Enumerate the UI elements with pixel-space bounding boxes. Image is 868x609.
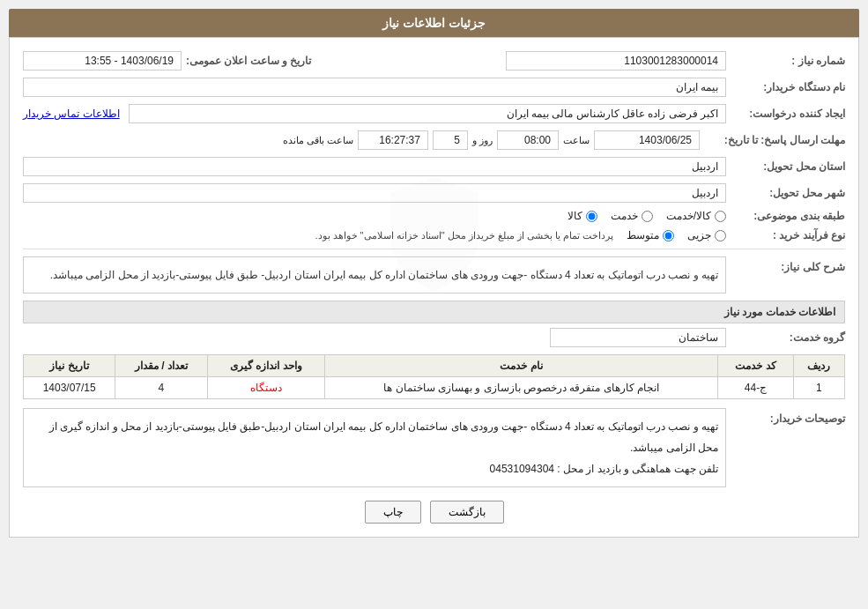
- page-title: جزئیات اطلاعات نیاز: [382, 16, 486, 30]
- service-group-label: گروه خدمت:: [731, 331, 845, 344]
- cell-date: 1403/07/15: [24, 377, 115, 399]
- cell-unit: دستگاه: [207, 377, 325, 399]
- category-radio-group: کالا/خدمت خدمت کالا: [568, 210, 726, 222]
- page-wrapper: جزئیات اطلاعات نیاز AnaKder.net شماره نی…: [0, 0, 868, 609]
- main-card: AnaKder.net شماره نیاز : 110300128300001…: [9, 37, 859, 538]
- process-label-jozii: جزیی: [687, 229, 711, 241]
- category-label: طبقه بندی موضوعی:: [731, 210, 845, 222]
- divider-1: [23, 249, 845, 249]
- col-quantity: تعداد / مقدار: [115, 355, 207, 377]
- service-table: ردیف کد خدمت نام خدمت واحد اندازه گیری ت…: [23, 354, 845, 399]
- col-code: کد خدمت: [718, 355, 794, 377]
- order-number-label: شماره نیاز :: [731, 55, 845, 67]
- back-button[interactable]: بازگشت: [430, 501, 504, 524]
- col-name: نام خدمت: [325, 355, 718, 377]
- row-process: نوع فرآیند خرید : جزیی متوسط پرداخت تمام…: [23, 229, 845, 241]
- row-category: طبقه بندی موضوعی: کالا/خدمت خدمت کالا: [23, 210, 845, 222]
- row-buying-org: نام دستگاه خریدار: بیمه ایران: [23, 78, 845, 97]
- row-province: استان محل تحویل: اردبیل: [23, 157, 845, 176]
- buying-org-label: نام دستگاه خریدار:: [731, 81, 845, 93]
- row-deadline: مهلت ارسال پاسخ: تا تاریخ: 1403/06/25 سا…: [23, 130, 845, 150]
- category-radio-khedmat[interactable]: [642, 211, 653, 222]
- cell-row: 1: [793, 377, 844, 399]
- process-radio-group: جزیی متوسط: [627, 229, 726, 241]
- buyer-notes-value: تهیه و نصب درب اتوماتیک به تعداد 4 دستگا…: [23, 408, 726, 487]
- deadline-time-label: ساعت: [563, 135, 590, 146]
- cell-quantity: 4: [115, 377, 207, 399]
- creator-label: ایجاد کننده درخواست:: [731, 108, 845, 120]
- order-number-value: 1103001283000014: [506, 51, 726, 71]
- province-value: اردبیل: [23, 157, 726, 176]
- deadline-details: 1403/06/25 ساعت 08:00 روز و 5 16:27:37 س…: [23, 130, 700, 150]
- process-option-jozii[interactable]: جزیی: [687, 229, 726, 241]
- row-description: شرح کلی نیاز: تهیه و نصب درب اتوماتیک به…: [23, 256, 845, 293]
- deadline-days: 5: [433, 130, 468, 150]
- category-label-kala-khedmat: کالا/خدمت: [666, 210, 711, 222]
- row-buyer-notes: توصیحات خریدار: تهیه و نصب درب اتوماتیک …: [23, 408, 845, 487]
- category-label-khedmat: خدمت: [611, 210, 638, 222]
- table-body: 1 ج-44 انجام کارهای متفرقه درخصوص بازساز…: [24, 377, 845, 399]
- col-row: ردیف: [793, 355, 844, 377]
- buyer-notes-label: توصیحات خریدار:: [731, 408, 845, 425]
- row-service-group: گروه خدمت: ساختمان: [23, 328, 845, 347]
- buying-org-value: بیمه ایران: [23, 78, 726, 97]
- creator-contact-link[interactable]: اطلاعات تماس خریدار: [23, 108, 120, 120]
- page-header: جزئیات اطلاعات نیاز: [9, 9, 859, 37]
- deadline-label: مهلت ارسال پاسخ: تا تاریخ:: [704, 134, 845, 146]
- province-label: استان محل تحویل:: [731, 160, 845, 173]
- process-note: پرداخت تمام یا بخشی از مبلغ خریداز محل "…: [315, 230, 613, 241]
- category-option-kala-khedmat[interactable]: کالا/خدمت: [666, 210, 726, 222]
- category-radio-kala[interactable]: [586, 211, 597, 222]
- table-header-row: ردیف کد خدمت نام خدمت واحد اندازه گیری ت…: [24, 355, 845, 377]
- cell-name: انجام کارهای متفرقه درخصوص بازسازی و بهس…: [325, 377, 718, 399]
- process-label: نوع فرآیند خرید :: [731, 229, 845, 241]
- table-header: ردیف کد خدمت نام خدمت واحد اندازه گیری ت…: [24, 355, 845, 377]
- deadline-time: 08:00: [497, 130, 559, 150]
- deadline-day-label: روز و: [472, 135, 493, 146]
- service-info-title: اطلاعات خدمات مورد نیاز: [23, 301, 845, 323]
- print-button[interactable]: چاپ: [365, 501, 421, 524]
- cell-code: ج-44: [718, 377, 794, 399]
- row-creator: ایجاد کننده درخواست: اکبر فرضی زاده عاقل…: [23, 104, 845, 123]
- col-date: تاریخ نیاز: [24, 355, 115, 377]
- deadline-remaining: 16:27:37: [358, 130, 428, 150]
- category-label-kala: کالا: [568, 210, 582, 222]
- city-label: شهر محل تحویل:: [731, 187, 845, 199]
- service-group-value: ساختمان: [550, 328, 726, 347]
- creator-value: اکبر فرضی زاده عاقل کارشناس مالی بیمه ای…: [129, 104, 726, 123]
- row-order-number: شماره نیاز : 1103001283000014 تاریخ و سا…: [23, 51, 845, 71]
- button-row: بازگشت چاپ: [23, 501, 845, 524]
- category-radio-kala-khedmat[interactable]: [715, 211, 726, 222]
- description-value: تهیه و نصب درب اتوماتیک به تعداد 4 دستگا…: [23, 256, 726, 293]
- process-label-motawaset: متوسط: [627, 229, 659, 241]
- process-radio-jozii[interactable]: [715, 230, 726, 241]
- city-value: اردبیل: [23, 183, 726, 203]
- deadline-remaining-label: ساعت باقی مانده: [283, 135, 353, 146]
- announce-label: تاریخ و ساعت اعلان عمومی:: [186, 55, 311, 67]
- process-radio-motawaset[interactable]: [663, 230, 674, 241]
- deadline-date: 1403/06/25: [594, 130, 700, 150]
- process-option-motawaset[interactable]: متوسط: [627, 229, 674, 241]
- category-option-khedmat[interactable]: خدمت: [611, 210, 653, 222]
- table-row: 1 ج-44 انجام کارهای متفرقه درخصوص بازساز…: [24, 377, 845, 399]
- description-label: شرح کلی نیاز:: [731, 256, 845, 273]
- announce-value: 1403/06/19 - 13:55: [23, 51, 182, 71]
- row-city: شهر محل تحویل: اردبیل: [23, 183, 845, 203]
- category-option-kala[interactable]: کالا: [568, 210, 597, 222]
- col-unit: واحد اندازه گیری: [207, 355, 325, 377]
